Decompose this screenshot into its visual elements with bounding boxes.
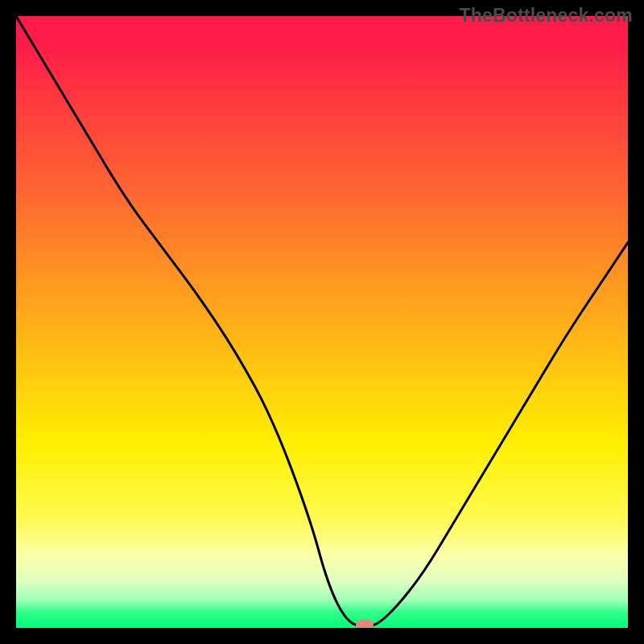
optimum-marker bbox=[356, 620, 374, 628]
watermark-text: TheBottleneck.com bbox=[459, 5, 633, 27]
bottleneck-curve bbox=[16, 16, 628, 628]
plot-area bbox=[16, 16, 628, 628]
chart-frame: TheBottleneck.com bbox=[0, 0, 644, 644]
